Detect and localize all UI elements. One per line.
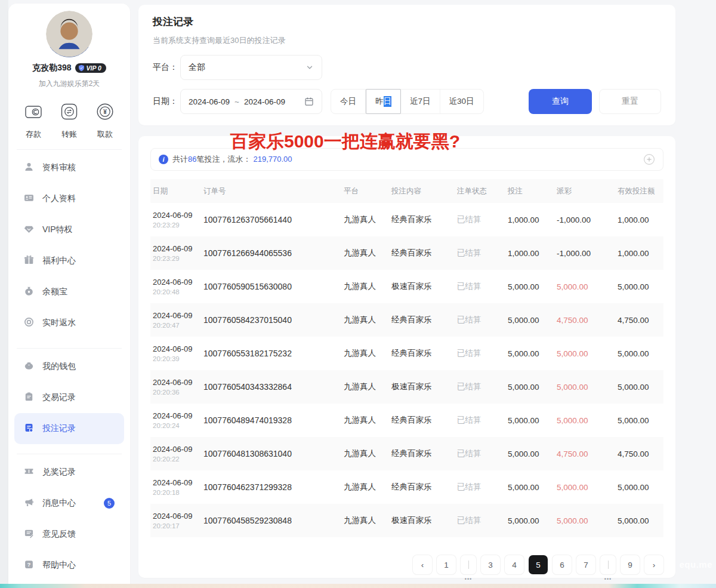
sidebar-item-label: 资料审核 — [42, 162, 76, 173]
quick-action-withdraw[interactable]: ¥取款 — [94, 101, 116, 140]
cell-order-number: 1007760590515630080 — [201, 282, 341, 291]
sidebar-item-piggy[interactable]: 我的钱包 — [14, 351, 124, 382]
cell-valid-amount: 5,000.00 — [615, 383, 663, 392]
avatar[interactable] — [46, 11, 92, 57]
transfer-icon — [58, 101, 80, 125]
cell-payout: -1,000.00 — [554, 216, 615, 224]
column-header: 有效投注额 — [615, 186, 663, 196]
cell-payout: 5,000.00 — [554, 416, 615, 425]
reset-button[interactable]: 重置 — [599, 89, 661, 114]
sidebar-item-person[interactable]: 资料审核 — [14, 152, 124, 183]
page-number-6[interactable]: 6 — [553, 555, 572, 574]
sidebar-item-diamond[interactable]: VIP特权 — [14, 214, 124, 245]
cell-status: 已结算 — [455, 381, 505, 392]
calendar-icon — [304, 97, 314, 106]
cell-bet-amount: 5,000.00 — [505, 516, 554, 525]
cell-order-number: 1007760458529230848 — [201, 516, 341, 525]
cell-platform: 九游真人 — [341, 214, 389, 225]
cell-bet-content: 经典百家乐 — [389, 248, 455, 258]
sidebar-item-label: 投注记录 — [42, 423, 76, 434]
sidebar-item-label: 我的钱包 — [42, 361, 76, 372]
quick-action-deposit[interactable]: 存款 — [23, 101, 44, 140]
sidebar-item-question[interactable]: ?帮助中心 — [14, 550, 124, 581]
person-icon — [24, 162, 34, 174]
table-row: 2024-06-0920:23:291007761263705661440九游真… — [150, 203, 663, 236]
column-header: 平台 — [341, 186, 389, 196]
range-button[interactable]: 近30日 — [440, 90, 483, 113]
chevron-down-icon — [305, 63, 314, 72]
sidebar-item-ticket[interactable]: 兑奖记录 — [14, 457, 124, 488]
summary-bar: i 共计86笔投注，流水：219,770.00 — [150, 148, 663, 171]
page-number-7[interactable]: 7 — [576, 555, 595, 574]
sidebar-item-clipboard[interactable]: 交易记录 — [14, 382, 124, 413]
page-next-button[interactable]: › — [644, 555, 663, 574]
range-button[interactable]: 昨日 — [366, 89, 401, 114]
page-title: 投注记录 — [153, 15, 661, 29]
column-header: 投注 — [505, 186, 554, 196]
date-range-input[interactable]: 2024-06-09 ~ 2024-06-09 — [180, 89, 322, 114]
table-card: i 共计86笔投注，流水：219,770.00 日期订单号平台投注内容注单状态投… — [138, 136, 675, 578]
table-row: 2024-06-0920:20:181007760462371299328九游真… — [150, 470, 663, 504]
date-separator: ~ — [234, 97, 239, 106]
menu-group-account: 资料审核个人资料VIP特权福利中心余额宝实时返水 — [8, 150, 130, 338]
page-number-1[interactable]: 1 — [437, 555, 456, 574]
range-button[interactable]: 近7日 — [401, 90, 440, 113]
cell-bet-content: 极速百家乐 — [389, 281, 455, 292]
cell-valid-amount: 5,000.00 — [615, 483, 663, 492]
sidebar-item-megaphone[interactable]: 消息中心5 — [14, 488, 124, 519]
sidebar-item-idcard[interactable]: 个人资料 — [14, 183, 124, 214]
deposit-icon — [23, 101, 44, 125]
platform-select-value: 全部 — [189, 62, 205, 73]
cell-valid-amount: 1,000.00 — [615, 249, 663, 258]
vip-badge[interactable]: VIP 0 — [75, 63, 106, 73]
page-ellipsis[interactable]: ••• — [461, 555, 476, 574]
notification-badge: 5 — [104, 498, 115, 509]
quick-action-label: 存款 — [26, 129, 41, 140]
date-quick-ranges: 今日昨日近7日近30日 — [331, 89, 484, 114]
page-ellipsis[interactable]: ••• — [600, 555, 616, 574]
page-prev-button[interactable]: ‹ — [413, 555, 432, 574]
cell-status: 已结算 — [455, 515, 505, 526]
cell-date: 2024-06-0920:20:17 — [150, 512, 201, 529]
sidebar-item-moneybag[interactable]: 余额宝 — [14, 276, 124, 307]
quick-action-transfer[interactable]: 转账 — [58, 101, 80, 140]
cell-platform: 九游真人 — [341, 415, 389, 426]
sidebar-item-label: 交易记录 — [42, 392, 76, 403]
sidebar-item-doc[interactable]: 投注记录 — [14, 413, 124, 444]
sidebar-item-feedback[interactable]: 意见反馈 — [14, 519, 124, 550]
platform-select[interactable]: 全部 — [180, 55, 322, 80]
left-gutter — [0, 0, 8, 588]
info-icon: i — [159, 155, 168, 164]
range-button[interactable]: 今日 — [331, 90, 366, 113]
menu-group-records: 我的钱包交易记录投注记录 — [8, 349, 130, 444]
page-number-5[interactable]: 5 — [529, 555, 548, 574]
sidebar-item-label: 消息中心 — [42, 498, 76, 509]
circle-plus-icon[interactable] — [643, 153, 655, 165]
cell-bet-amount: 5,000.00 — [505, 383, 554, 392]
cell-platform: 九游真人 — [341, 315, 389, 325]
page-number-3[interactable]: 3 — [481, 555, 500, 574]
cell-bet-amount: 1,000.00 — [505, 249, 554, 258]
sidebar-item-target[interactable]: 实时返水 — [14, 307, 124, 338]
quick-action-label: 转账 — [61, 129, 77, 140]
megaphone-icon — [24, 497, 34, 509]
page-number-4[interactable]: 4 — [505, 555, 524, 574]
cell-date: 2024-06-0920:20:22 — [150, 445, 201, 463]
cell-date: 2024-06-0920:20:36 — [150, 378, 201, 396]
cell-status: 已结算 — [455, 281, 505, 292]
cell-valid-amount: 5,000.00 — [615, 516, 663, 525]
sidebar-item-label: VIP特权 — [42, 224, 73, 235]
cell-order-number: 1007760584237015040 — [201, 315, 341, 325]
page-number-9[interactable]: 9 — [621, 555, 640, 574]
svg-text:¥: ¥ — [103, 109, 107, 115]
cell-platform: 九游真人 — [341, 381, 389, 392]
sidebar-item-label: 个人资料 — [42, 193, 76, 204]
sidebar-item-gift[interactable]: 福利中心 — [14, 245, 124, 276]
withdraw-icon: ¥ — [94, 101, 116, 125]
cell-status: 已结算 — [455, 248, 505, 258]
sidebar-item-label: 兑奖记录 — [42, 467, 76, 478]
platform-label: 平台： — [153, 62, 180, 73]
search-button[interactable]: 查询 — [529, 89, 592, 114]
bottom-gradient-strip — [0, 584, 716, 588]
cell-date: 2024-06-0920:20:18 — [150, 478, 201, 496]
